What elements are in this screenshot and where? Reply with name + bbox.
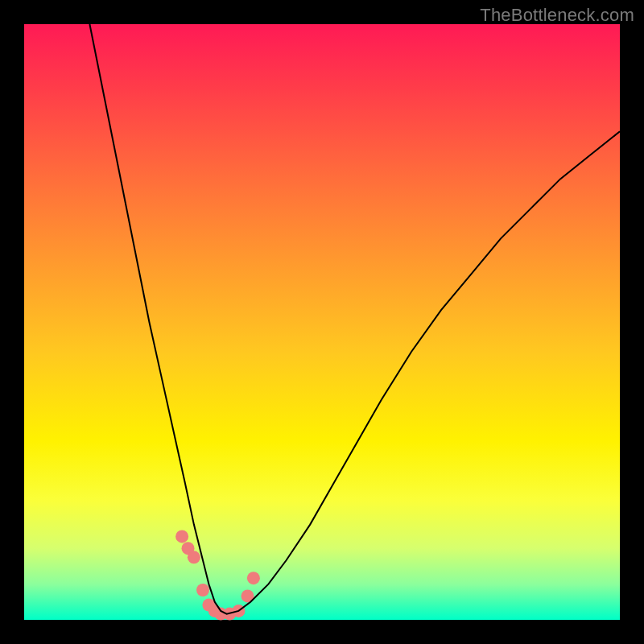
chart-svg: [24, 24, 620, 620]
marker-dot: [175, 530, 188, 543]
marker-dot: [196, 584, 209, 597]
outer-frame: TheBottleneck.com: [0, 0, 644, 644]
watermark-text: TheBottleneck.com: [480, 5, 634, 26]
plot-area: [24, 24, 620, 620]
marker-dot: [247, 572, 260, 584]
curve-line: [89, 24, 620, 614]
marker-dot: [188, 551, 200, 564]
